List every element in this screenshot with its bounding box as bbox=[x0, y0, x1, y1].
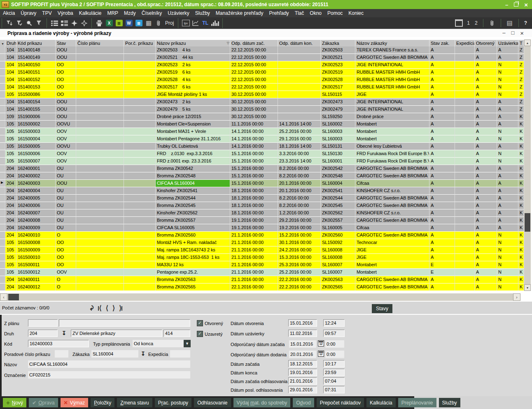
oprava-button[interactable]: ✔Oprava bbox=[29, 398, 58, 407]
prepl-novanie-button[interactable]: Preplánovanie bbox=[398, 398, 436, 407]
excel-template-icon[interactable]: ≣ bbox=[114, 19, 124, 28]
numbered-list-icon[interactable] bbox=[49, 19, 59, 28]
vertical-scrollbar[interactable]: ▲ ▼ bbox=[524, 40, 531, 291]
mdi-close-icon[interactable]: × bbox=[520, 30, 524, 37]
histogram-icon[interactable] bbox=[210, 19, 220, 28]
prac-postupy-button[interactable]: Prac. postupy bbox=[155, 398, 191, 407]
help-icon[interactable]: ? bbox=[523, 20, 529, 26]
menu-item-uz-vierky[interactable]: Uzávierky bbox=[165, 10, 192, 16]
menu-item-slu-by[interactable]: Služby bbox=[192, 10, 213, 16]
z-planu-name-field[interactable] bbox=[59, 319, 190, 327]
table-row[interactable]: 105161500008OOMontáž HVS + Ram. nakladač… bbox=[0, 239, 524, 246]
oznacenie-field[interactable] bbox=[28, 371, 190, 379]
menu-item-okno[interactable]: Okno bbox=[307, 10, 324, 16]
attachment-icon[interactable] bbox=[154, 19, 163, 28]
d-tum-za-atia-time-field[interactable] bbox=[323, 360, 345, 367]
table-row[interactable]: 104151400151OOZK002519 6 ks22.12.2015 00… bbox=[0, 69, 524, 76]
close-icon[interactable]: × bbox=[524, 2, 528, 7]
table-row[interactable]: 204162400005OUBromma ZK00254418.1.2016 0… bbox=[0, 195, 524, 202]
next-record-button[interactable]: ⟩ bbox=[112, 304, 115, 312]
table-row[interactable]: 105161500002OOVUMontabert Cle+Suspension… bbox=[0, 121, 524, 128]
table-row[interactable]: 204162400007OUKinshofer ZK00256218.1.201… bbox=[0, 209, 524, 217]
scroll-left-icon[interactable]: ‹ bbox=[0, 293, 7, 301]
table-row[interactable]: 105161500010OOMaj. rampa 18C-1553-653 1 … bbox=[0, 254, 524, 261]
proj-button[interactable]: Proj bbox=[163, 20, 175, 26]
table-row[interactable]: 105151500086OOJIGE Montáž plošiny 1 ks30… bbox=[0, 91, 524, 98]
column-header-nazov-zakazky[interactable]: Názov zákazky bbox=[355, 40, 429, 46]
zakazka-lookup-icon[interactable]: ↧ bbox=[141, 351, 145, 357]
column-header-otvoreny[interactable]: Otvorený bbox=[475, 40, 497, 46]
column-header-porc-prikazu[interactable]: Por.č. príkazu bbox=[124, 40, 156, 46]
odpor-an-d-tum-dodania-date-field[interactable] bbox=[289, 351, 316, 358]
druh-text-field[interactable] bbox=[71, 330, 162, 337]
sort-funnel-icon[interactable] bbox=[5, 19, 14, 28]
menu-item-v-roba[interactable]: Výroba bbox=[55, 10, 76, 16]
table-row[interactable]: 105161500011OOMA33U 12 ks21.1.2016 00:00… bbox=[0, 261, 524, 269]
poradove-cislo-field[interactable] bbox=[55, 350, 68, 358]
column-header-druh[interactable]: Druh bbox=[5, 40, 16, 46]
table-row[interactable]: 204162400011OBromma ZK00256321.1.2016 00… bbox=[0, 276, 524, 284]
odpor-an-d-tum-za-atia-date-field[interactable] bbox=[289, 340, 316, 348]
column-header-odp-datum-kon[interactable]: Odp. dátum kon. bbox=[278, 40, 321, 46]
d-tum-konca-date-field[interactable] bbox=[288, 369, 317, 376]
mdi-maximize-icon[interactable]: □ bbox=[511, 30, 514, 37]
notes-icon[interactable]: ▤ bbox=[505, 19, 515, 28]
d-tum-otvorenia-time-field[interactable] bbox=[323, 319, 345, 327]
column-header-stav[interactable]: Stav bbox=[56, 40, 76, 46]
table-row[interactable]: 204162400002OUBromma ZK00254815.1.2016 0… bbox=[0, 172, 524, 180]
odvod-button[interactable]: Odvod bbox=[293, 398, 314, 407]
druh-code-field[interactable] bbox=[28, 330, 58, 337]
page-1-button[interactable]: 1 bbox=[465, 20, 471, 26]
typ-preplanovania-dropdown-icon[interactable]: ▼ bbox=[184, 340, 191, 347]
uzavrety-checkbox[interactable]: ✓ bbox=[197, 331, 203, 337]
minimize-icon[interactable]: – bbox=[505, 2, 508, 7]
print-icon[interactable] bbox=[94, 19, 104, 28]
odpor-an-d-tum-dodania-time-field[interactable] bbox=[325, 351, 344, 358]
table-row[interactable]: 105161500003OOVMontabert MA31 + Virole14… bbox=[0, 128, 524, 135]
table-row[interactable]: 104151400153OOZK002517 6 ks22.12.2015 00… bbox=[0, 84, 524, 91]
slu-by-button[interactable]: Služby bbox=[439, 398, 460, 407]
d-tum-za-atia-date-field[interactable] bbox=[288, 360, 317, 367]
z-planu-code-field[interactable] bbox=[28, 319, 58, 327]
vertical-scroll-thumb[interactable] bbox=[525, 213, 530, 232]
column-header-cislo-planu[interactable]: Číslo plánu bbox=[76, 40, 124, 46]
stavy-button[interactable]: Stavy bbox=[372, 304, 392, 313]
polo-ky-button[interactable]: Položky bbox=[91, 398, 114, 407]
menu-item-koniec[interactable]: Koniec bbox=[345, 10, 366, 16]
tpv-icon[interactable]: tpv bbox=[181, 19, 191, 28]
table-row[interactable]: 204162400001OUBromma ZK0054215.1.2016 00… bbox=[0, 165, 524, 172]
horizontal-scrollbar[interactable]: ‹ › bbox=[0, 293, 520, 301]
table-row[interactable]: 104151400152OOZK002528 4 ks22.12.2015 00… bbox=[0, 76, 524, 84]
first-record-button[interactable]: ⟨ bbox=[98, 304, 101, 312]
paperclip-icon[interactable] bbox=[487, 19, 497, 28]
scroll-right-icon[interactable]: › bbox=[513, 293, 520, 301]
table-row[interactable]: 105161500005OOVUTrubky OL Ľubietová14.1.… bbox=[0, 143, 524, 150]
kod-field[interactable] bbox=[28, 340, 89, 347]
plan-chart-icon[interactable] bbox=[191, 19, 201, 28]
table-row[interactable]: 105161500009OOMaj. rampa 18C1643743 2 ks… bbox=[0, 246, 524, 254]
menu-item-kalkul-cie[interactable]: Kalkulácie bbox=[76, 10, 105, 16]
menu-item--seln-ky[interactable]: Číselníky bbox=[139, 10, 165, 16]
horizontal-scroll-thumb[interactable] bbox=[8, 294, 19, 300]
nazov-field[interactable] bbox=[28, 360, 190, 368]
table-row[interactable]: 109151900006OOUDrobné práce 12/201530.12… bbox=[0, 113, 524, 121]
column-header-zakazka[interactable]: Zákazka bbox=[321, 40, 355, 46]
word-icon[interactable]: W bbox=[124, 19, 134, 28]
menu-item--pravy[interactable]: Úpravy bbox=[18, 10, 39, 16]
window-layout-icon[interactable] bbox=[454, 19, 464, 28]
menu-item-mzdy[interactable]: Mzdy bbox=[121, 10, 139, 16]
zakazka-field[interactable] bbox=[91, 350, 138, 358]
otvoreny-checkbox[interactable]: ✓ bbox=[197, 320, 203, 326]
detail-list-icon[interactable] bbox=[59, 19, 69, 28]
filter-check-icon[interactable] bbox=[14, 19, 24, 28]
nov--button[interactable]: +Nový bbox=[3, 398, 26, 407]
last-record-button[interactable]: ⟩ bbox=[119, 304, 122, 312]
d-tum-posl-odhlasovania-date-field[interactable] bbox=[288, 386, 317, 393]
column-header-typ[interactable]: T bbox=[518, 40, 524, 46]
table-row[interactable]: 204162400012OBromma ZK00256522.1.2016 00… bbox=[0, 284, 524, 291]
prepo-et-n-kladov-button[interactable]: Prepočet nákladov bbox=[317, 398, 364, 407]
refresh-icon[interactable]: ↷ bbox=[87, 304, 96, 311]
d-tum-za-atia-odhlasovania-date-field[interactable] bbox=[288, 377, 317, 385]
menu-item-tla-[interactable]: Tlač bbox=[292, 10, 307, 16]
scroll-up-icon[interactable]: ▲ bbox=[524, 40, 531, 46]
